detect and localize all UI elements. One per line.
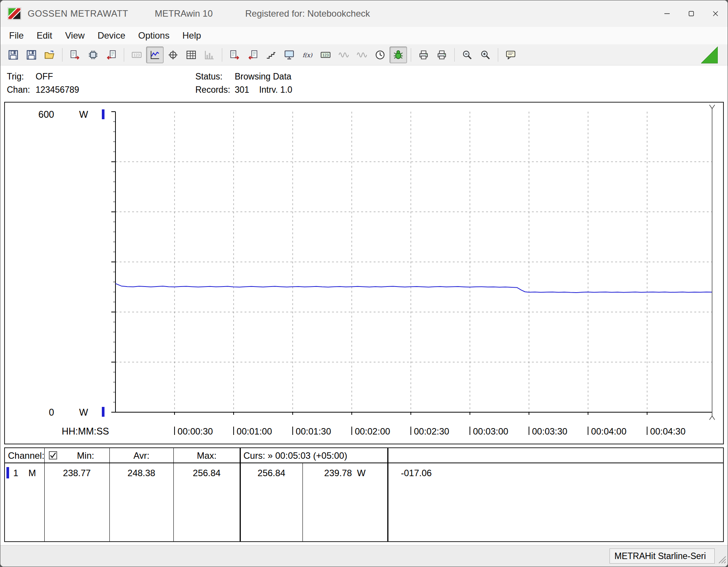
steps-icon — [265, 49, 277, 61]
minimize-button[interactable] — [655, 0, 679, 27]
zoom-out-icon — [461, 49, 473, 61]
online-display-button[interactable] — [281, 47, 298, 63]
menu-help[interactable]: Help — [176, 27, 207, 44]
maximize-button[interactable] — [679, 0, 703, 27]
save-as-button[interactable] — [23, 47, 40, 63]
svg-text:00:02:00: 00:02:00 — [355, 426, 390, 436]
cursor-tool-button[interactable] — [164, 47, 182, 63]
cursor-b-unit: W — [357, 468, 366, 478]
trigger-channel-info: Trig:OFF Chan:123456789 — [7, 70, 79, 97]
printer-icon — [418, 49, 429, 61]
svg-text:00:03:00: 00:03:00 — [473, 426, 508, 436]
menu-edit[interactable]: Edit — [30, 27, 59, 44]
trend-chart[interactable]: 600 W 0 W HH:MM:SS 00:00:3000:01:0000:01… — [5, 103, 723, 444]
zoom-out-button[interactable] — [458, 47, 476, 63]
export-icon — [229, 49, 240, 61]
chan-value: 123456789 — [36, 85, 79, 95]
svg-text:00:04:00: 00:04:00 — [591, 426, 626, 436]
open-button[interactable] — [41, 47, 58, 63]
svg-text:00:03:30: 00:03:30 — [532, 426, 567, 436]
cursor-b-number: 239.78 — [324, 468, 352, 478]
connection-indicator-icon — [700, 46, 718, 64]
brand-name: GOSSEN METRAWATT — [28, 8, 128, 19]
wave-icon — [356, 49, 368, 61]
save-icon — [8, 49, 19, 61]
lcd-icon — [320, 49, 331, 61]
print-button[interactable] — [433, 47, 451, 63]
printer-icon — [436, 49, 447, 61]
annotations-button[interactable] — [502, 47, 519, 63]
zoom-in-icon — [480, 49, 491, 61]
status-records-info: Status:Browsing Data Records:301Intrv. 1… — [195, 70, 292, 97]
channel-marker-top — [102, 109, 104, 119]
monitor-icon — [284, 49, 295, 61]
print-preview-button[interactable] — [415, 47, 432, 63]
records-value: 301 — [235, 85, 249, 95]
svg-text:00:02:30: 00:02:30 — [414, 426, 449, 436]
svg-text:00:01:00: 00:01:00 — [237, 426, 272, 436]
chip-icon — [87, 49, 99, 61]
device-panel-button[interactable] — [317, 47, 334, 63]
fx-icon — [302, 49, 313, 61]
menu-options[interactable]: Options — [132, 27, 176, 44]
toolbar-separator — [454, 48, 455, 62]
zoom-in-button[interactable] — [477, 47, 494, 63]
chart-panel: 600 W 0 W HH:MM:SS 00:00:3000:01:0000:01… — [4, 102, 724, 444]
device-name-box: METRAHit Starline-Seri — [610, 548, 715, 564]
wave-icon — [338, 49, 349, 61]
svg-text:00:04:30: 00:04:30 — [650, 426, 685, 436]
channel-row-marker — [6, 467, 9, 478]
value-avr: 248.38 — [109, 468, 173, 478]
interval-label: Intrv. — [259, 85, 277, 95]
import-icon — [106, 49, 117, 61]
read-memory-button[interactable] — [84, 47, 102, 63]
close-icon — [712, 10, 719, 17]
svg-text:00:01:30: 00:01:30 — [296, 426, 331, 436]
app-title: METRAwin 10 — [155, 8, 213, 19]
value-cursor-a: 256.84 — [241, 468, 302, 478]
line-chart-view-button[interactable] — [146, 47, 164, 63]
channel-setup-button[interactable] — [262, 47, 280, 63]
save-button[interactable] — [5, 47, 22, 63]
channel-table: Channel: Min: Avr: Max: Curs: » 00:05:03… — [4, 447, 724, 542]
menu-bar: FileEditViewDeviceOptionsHelp — [0, 27, 728, 44]
transfer-from-device-button[interactable] — [244, 47, 262, 63]
y-unit-bottom-label: W — [79, 407, 88, 417]
toolbar-separator — [62, 48, 62, 62]
interval-timer-button[interactable] — [371, 47, 389, 63]
device-display-button — [128, 47, 145, 63]
save-icon — [26, 49, 37, 61]
channel-visible-checkbox[interactable] — [49, 451, 57, 462]
menu-file[interactable]: File — [3, 27, 30, 44]
col-header-max: Max: — [173, 450, 240, 461]
svg-text:00:00:30: 00:00:30 — [178, 426, 213, 436]
close-button[interactable] — [703, 0, 728, 27]
application-window: GOSSEN METRAWATT METRAwin 10 Registered … — [0, 0, 728, 567]
col-header-cursor: Curs: » 00:05:03 (+05:00) — [243, 450, 347, 461]
live-mode-button[interactable] — [390, 47, 407, 63]
toolbar-separator — [222, 48, 222, 62]
resize-grip[interactable] — [717, 548, 726, 564]
value-cursor-delta: -017.06 — [401, 468, 432, 478]
table-view-button[interactable] — [182, 47, 200, 63]
lcd-icon — [131, 49, 142, 61]
line-chart-icon — [149, 49, 161, 61]
export-file-button[interactable] — [66, 47, 84, 63]
clock-icon — [374, 49, 386, 61]
toolbar-separator — [124, 48, 124, 62]
write-memory-button[interactable] — [103, 47, 120, 63]
device-name: METRAHit Starline-Seri — [614, 551, 706, 561]
table-header-divider — [5, 463, 723, 463]
table-divider — [44, 448, 45, 541]
y-max-label: 600 — [38, 109, 54, 120]
menu-device[interactable]: Device — [91, 27, 132, 44]
transfer-to-device-button[interactable] — [226, 47, 243, 63]
acquisition-info-panel: Trig:OFF Chan:123456789 Status:Browsing … — [0, 65, 728, 100]
table-divider — [109, 448, 110, 541]
channel-number: 1 — [13, 468, 18, 478]
bar-graph-view-button — [201, 47, 218, 63]
note-icon — [505, 49, 516, 61]
formula-button[interactable] — [299, 47, 316, 63]
maximize-icon — [687, 10, 695, 17]
menu-view[interactable]: View — [59, 27, 91, 44]
